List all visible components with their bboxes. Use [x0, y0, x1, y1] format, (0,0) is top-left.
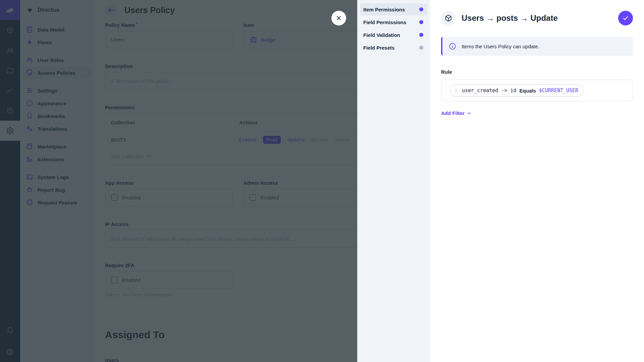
rule-label: Rule — [441, 69, 633, 75]
permissions-drawer: Item Permissions Field Permissions Field… — [357, 0, 644, 362]
tab-field-permissions[interactable]: Field Permissions — [360, 16, 427, 28]
info-notice: Items the Users Policy can update. — [441, 37, 633, 56]
status-dot — [419, 46, 423, 50]
cube-icon — [444, 14, 452, 22]
filter-operator[interactable]: Equals — [520, 88, 536, 94]
tab-field-presets[interactable]: Field Presets — [360, 42, 427, 54]
drag-handle-icon[interactable] — [454, 88, 459, 93]
notice-text: Items the Users Policy can update. — [462, 44, 539, 49]
status-dot — [419, 20, 423, 24]
drawer-icon-circle — [441, 11, 456, 25]
drawer-header: Users → posts → Update — [441, 11, 633, 25]
status-dot — [419, 33, 423, 37]
filter-field[interactable]: user_created -> id — [462, 87, 517, 94]
rule-box: user_created -> id Equals $CURRENT_USER — [441, 79, 633, 102]
chevron-down-icon — [467, 111, 472, 116]
tab-field-validation[interactable]: Field Validation — [360, 29, 427, 41]
status-dot — [419, 7, 423, 11]
check-icon — [622, 14, 629, 22]
drawer-title: Users → posts → Update — [462, 13, 618, 23]
save-button[interactable] — [618, 11, 633, 25]
filter-value[interactable]: $CURRENT_USER — [539, 87, 578, 94]
drawer-main: Users → posts → Update Items the Users P… — [430, 0, 644, 362]
add-filter-button[interactable]: Add Filter — [441, 110, 472, 116]
drawer-nav: Item Permissions Field Permissions Field… — [357, 0, 430, 362]
info-icon — [448, 42, 457, 50]
close-icon — [335, 15, 342, 21]
tab-item-permissions[interactable]: Item Permissions — [360, 3, 427, 15]
filter-chip[interactable]: user_created -> id Equals $CURRENT_USER — [450, 84, 584, 97]
drawer-close-button[interactable] — [331, 11, 346, 25]
